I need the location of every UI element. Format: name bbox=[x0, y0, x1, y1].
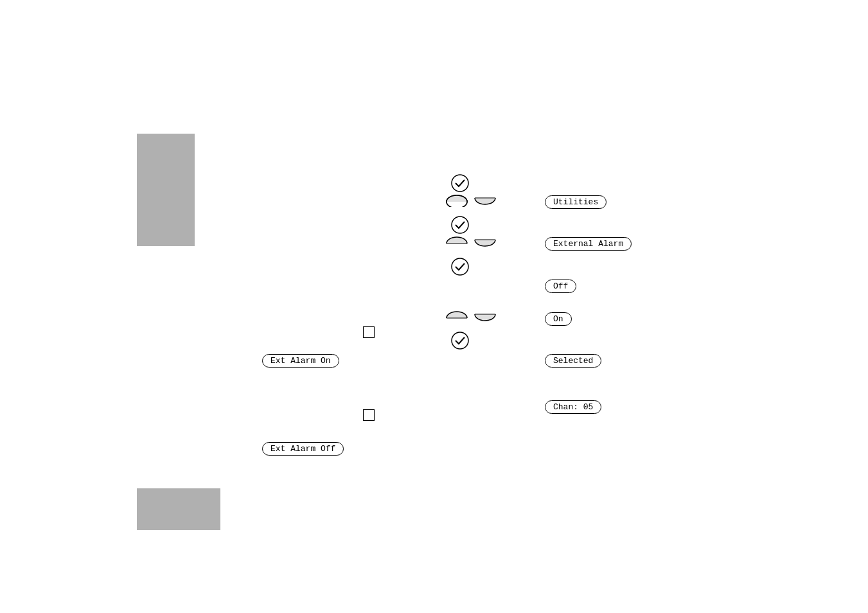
rect-top bbox=[137, 134, 195, 246]
svg-point-2 bbox=[452, 258, 468, 275]
checkbox-2[interactable] bbox=[363, 409, 375, 421]
checkbox-1[interactable] bbox=[363, 326, 375, 338]
check-icon-4 bbox=[451, 332, 469, 350]
ext-alarm-on-pill[interactable]: Ext Alarm On bbox=[262, 354, 339, 368]
off-pill[interactable]: Off bbox=[545, 280, 576, 293]
check-icon-3 bbox=[451, 258, 469, 276]
rect-bottom bbox=[137, 488, 220, 530]
svg-point-3 bbox=[452, 332, 468, 349]
up-arrow-2[interactable] bbox=[445, 235, 468, 249]
up-arrow-1[interactable] bbox=[445, 193, 468, 207]
down-arrow-1[interactable] bbox=[474, 193, 497, 207]
utilities-pill[interactable]: Utilities bbox=[545, 195, 607, 209]
selected-pill[interactable]: Selected bbox=[545, 354, 601, 368]
chan05-pill[interactable]: Chan: 05 bbox=[545, 400, 601, 414]
down-arrow-2[interactable] bbox=[474, 235, 497, 249]
external-alarm-pill[interactable]: External Alarm bbox=[545, 237, 632, 251]
ext-alarm-off-pill[interactable]: Ext Alarm Off bbox=[262, 442, 344, 456]
on-pill[interactable]: On bbox=[545, 312, 572, 326]
check-icon-2 bbox=[451, 216, 469, 234]
up-arrow-3[interactable] bbox=[445, 309, 468, 323]
check-icon-1 bbox=[451, 174, 469, 192]
svg-point-0 bbox=[452, 175, 468, 191]
svg-point-1 bbox=[452, 217, 468, 233]
down-arrow-3[interactable] bbox=[474, 309, 497, 323]
